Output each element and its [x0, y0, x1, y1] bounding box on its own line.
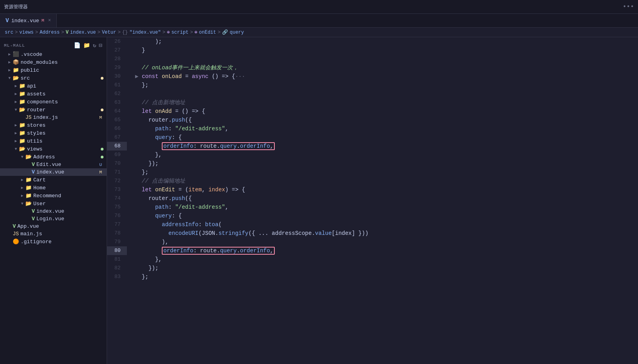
tab-close-button[interactable]: × [48, 18, 51, 23]
sidebar-item-router[interactable]: ▼ 📂 router [0, 106, 107, 114]
arrow-icon: ▼ [19, 202, 25, 206]
sidebar-item-app-vue[interactable]: V App.vue [0, 223, 107, 230]
bc-address[interactable]: Address [40, 30, 59, 35]
modified-dot [101, 77, 103, 80]
tab-index-vue[interactable]: V index.vue M × [0, 14, 57, 27]
modified-badge: M [98, 170, 103, 175]
arrow-icon: ▶ [13, 139, 19, 143]
sidebar-item-cart[interactable]: ▶ 📁 Cart [0, 176, 107, 184]
main-layout: ML-MALL 📄 📁 ↻ ⊟ ▶ ⬛ .vscode ▶ 📦 node_mod… [0, 37, 638, 364]
code-line: 78 encodeURI(JSON.stringify({ ... addres… [107, 229, 638, 238]
sidebar-item-recommend[interactable]: ▶ 📁 Recommend [0, 192, 107, 200]
code-line: 69 }, [107, 151, 638, 159]
code-line: 79 ), [107, 238, 638, 246]
sidebar-label: components [27, 99, 58, 105]
sidebar: ML-MALL 📄 📁 ↻ ⊟ ▶ ⬛ .vscode ▶ 📦 node_mod… [0, 37, 107, 364]
sidebar-item-public[interactable]: ▶ 📁 public [0, 66, 107, 74]
folder-icon: 📁 [19, 138, 25, 144]
code-editor[interactable]: 26 ); 27 } 28 29 // onLoad事件一上来就会触发一次， [107, 37, 638, 364]
sidebar-label: Cart [33, 177, 46, 183]
sidebar-item-assets[interactable]: ▶ 📁 assets [0, 90, 107, 98]
sidebar-label: App.vue [17, 223, 39, 229]
js-icon: JS [13, 231, 19, 237]
sidebar-item-router-index[interactable]: JS index.js M [0, 114, 107, 121]
new-folder-icon[interactable]: 📁 [83, 42, 90, 49]
code-line: 81 }, [107, 255, 638, 264]
sidebar-item-login-vue[interactable]: V Login.vue [0, 215, 107, 223]
code-line: 66 path: "/edit-address", [107, 124, 638, 133]
sidebar-label: stores [27, 122, 46, 128]
bc-query[interactable]: query [230, 30, 244, 35]
bc-indexvue2[interactable]: "index.vue" [130, 30, 161, 35]
arrow-icon: ▶ [6, 52, 13, 57]
sidebar-label: Edit.vue [36, 162, 61, 168]
bc-src[interactable]: src [5, 30, 13, 35]
bc-views[interactable]: views [19, 30, 34, 35]
code-line: 62 [107, 90, 638, 98]
sidebar-label: Login.vue [36, 216, 64, 222]
title-bar-menu[interactable]: ••• [623, 3, 634, 10]
code-line: 27 } [107, 46, 638, 55]
sidebar-item-address[interactable]: ▼ 📂 Address [0, 153, 107, 161]
sidebar-item-index-vue[interactable]: V index.vue M [0, 168, 107, 176]
sidebar-label: index.vue [36, 169, 64, 175]
bc-onedit[interactable]: onEdit [199, 30, 216, 35]
bc-indexvue[interactable]: index.vue [70, 30, 96, 35]
sidebar-item-utils[interactable]: ▶ 📁 utils [0, 137, 107, 145]
sidebar-item-stores[interactable]: ▶ 📁 stores [0, 121, 107, 129]
modified-dot [101, 148, 103, 151]
new-file-icon[interactable]: 📄 [74, 42, 81, 49]
code-line: 63 // 点击新增地址 [107, 98, 638, 107]
modified-badge: M [98, 115, 103, 120]
arrow-icon: ▼ [6, 76, 13, 80]
sidebar-item-styles[interactable]: ▶ 📁 styles [0, 129, 107, 137]
sidebar-item-components[interactable]: ▶ 📁 components [0, 98, 107, 106]
vue-icon: V [6, 17, 9, 24]
folder-icon: 📁 [13, 67, 19, 73]
sidebar-item-main-js[interactable]: JS main.js [0, 230, 107, 238]
arrow-icon: ▶ [13, 91, 19, 96]
folder-icon: 📁 [19, 83, 25, 89]
code-line-highlighted: 68 orderInfo: route.query.orderInfo, [107, 142, 638, 151]
bc-vetur[interactable]: Vetur [102, 30, 116, 35]
code-line: 65 router.push({ [107, 116, 638, 124]
project-name: ML-MALL [4, 43, 25, 48]
bc-script-icon: ⊕ [167, 29, 170, 35]
breadcrumb: src > views > Address > V index.vue > Ve… [0, 28, 638, 37]
sidebar-item-home[interactable]: ▶ 📁 Home [0, 184, 107, 192]
sidebar-item-gitignore[interactable]: 🟠 .gitignore [0, 238, 107, 246]
sidebar-item-node-modules[interactable]: ▶ 📦 node_modules [0, 58, 107, 66]
untracked-badge: U [98, 162, 103, 167]
sidebar-item-user[interactable]: ▼ 📂 User [0, 200, 107, 208]
sidebar-item-user-index[interactable]: V index.vue [0, 208, 107, 215]
sidebar-label: utils [27, 138, 42, 144]
code-lines: 26 ); 27 } 28 29 // onLoad事件一上来就会触发一次， [107, 37, 638, 281]
sidebar-label: views [27, 146, 42, 152]
sidebar-actions: 📄 📁 ↻ ⊟ [74, 42, 103, 49]
sidebar-item-api[interactable]: ▶ 📁 api [0, 82, 107, 90]
sidebar-label: api [27, 83, 36, 89]
code-line: 76 query: { [107, 212, 638, 220]
bc-script[interactable]: script [171, 30, 188, 35]
arrow-icon: ▶ [19, 185, 25, 190]
title-bar: 资源管理器 ••• [0, 0, 638, 14]
sidebar-label: styles [27, 130, 46, 136]
sidebar-item-views[interactable]: ▼ 📂 views [0, 145, 107, 153]
code-line: 74 router.push({ [107, 194, 638, 203]
sidebar-label: .vscode [21, 51, 42, 57]
sidebar-label: .gitignore [21, 239, 52, 245]
arrow-icon: ▶ [6, 60, 13, 65]
collapse-icon[interactable]: ⊟ [99, 42, 103, 49]
code-line: 29 // onLoad事件一上来就会触发一次， [107, 63, 638, 72]
code-line: 64 let onAdd = () => { [107, 107, 638, 116]
sidebar-label: Home [33, 185, 46, 191]
tab-bar: V index.vue M × [0, 14, 638, 28]
folder-icon: 📂 [25, 200, 32, 207]
refresh-icon[interactable]: ↻ [93, 42, 96, 49]
bc-vue-icon: V [66, 30, 69, 35]
folder-icon: 📁 [19, 91, 25, 97]
sidebar-item-edit-vue[interactable]: V Edit.vue U [0, 161, 107, 168]
sidebar-item-vscode[interactable]: ▶ ⬛ .vscode [0, 50, 107, 58]
arrow-icon: ▶ [13, 131, 19, 135]
sidebar-item-src[interactable]: ▼ 📂 src [0, 74, 107, 82]
